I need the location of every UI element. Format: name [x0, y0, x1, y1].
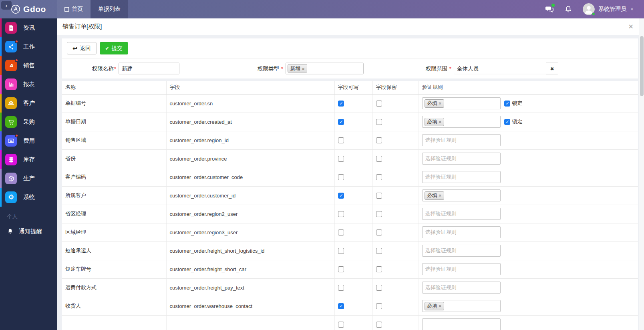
back-button[interactable]: ↩ 返回	[67, 42, 97, 54]
tab-doc-list[interactable]: 单据列表	[91, 0, 128, 18]
rule-placeholder: 选择验证规则	[425, 173, 457, 181]
row-field-cell: customer_order.created_at	[166, 113, 334, 131]
secret-checkbox[interactable]	[376, 211, 382, 217]
user-name: 系统管理员	[598, 6, 626, 13]
writable-checkbox[interactable]	[338, 211, 344, 217]
sidebar-item-purchase[interactable]: 采购	[0, 113, 57, 131]
rule-select[interactable]: 选择验证规则	[422, 226, 501, 238]
sidebar-item-news[interactable]: 资讯	[0, 18, 57, 37]
sidebar-item-customer[interactable]: 客户	[0, 94, 57, 113]
permission-name-input[interactable]	[119, 63, 179, 74]
row-name-cell	[62, 315, 166, 330]
scrollbar-thumb[interactable]	[640, 36, 644, 96]
column-header-0: 名称	[62, 81, 166, 94]
rule-cell: 选择验证规则	[419, 260, 638, 278]
lock-checkbox[interactable]: ✓	[504, 101, 510, 107]
cube-icon	[5, 173, 17, 184]
secret-cell	[372, 297, 419, 315]
secret-checkbox[interactable]	[376, 266, 382, 272]
row-field-cell: customer_order.freight_pay_text	[166, 278, 334, 297]
page-content: ↩ 返回 ✔ 提交 权限名称* 权限类型 * 新增	[57, 35, 644, 330]
column-header-1: 字段	[166, 81, 334, 94]
lock-checkbox[interactable]: ✓	[504, 119, 510, 125]
secret-checkbox[interactable]	[376, 285, 382, 291]
sidebar-item-notifications[interactable]: 通知提醒	[0, 223, 57, 239]
sidebar-item-sales[interactable]: A销售	[0, 56, 57, 75]
table-row	[62, 315, 638, 330]
writable-checkbox[interactable]	[338, 174, 344, 180]
writable-checkbox[interactable]	[338, 229, 344, 235]
writable-checkbox[interactable]	[338, 285, 344, 291]
rule-select[interactable]: 选择验证规则	[422, 153, 501, 165]
secret-checkbox[interactable]	[376, 156, 382, 162]
tag-remove-icon[interactable]: ×	[439, 304, 441, 308]
rule-select[interactable]: 必填×	[422, 189, 501, 201]
sidebar-item-production[interactable]: 生产	[0, 169, 57, 188]
rule-select[interactable]: 选择验证规则	[422, 245, 501, 257]
tag-remove-icon[interactable]: ×	[439, 101, 441, 106]
sidebar-item-report[interactable]: 报表	[0, 75, 57, 94]
tag-remove-icon[interactable]: ×	[302, 66, 304, 71]
table-row: 运费付款方式customer_order.freight_pay_text选择验…	[62, 278, 638, 297]
close-icon[interactable]: ✕	[627, 22, 635, 31]
secret-checkbox[interactable]	[376, 174, 382, 180]
writable-checkbox[interactable]: ✓	[338, 101, 344, 107]
rule-select[interactable]	[422, 318, 501, 330]
writable-checkbox[interactable]: ✓	[338, 119, 344, 125]
scope-clear-button[interactable]: ✖	[546, 63, 558, 74]
rule-cell: 选择验证规则	[419, 223, 638, 241]
notification-badge-dot	[15, 40, 18, 43]
rule-select[interactable]: 选择验证规则	[422, 208, 501, 220]
rule-select[interactable]: 选择验证规则	[422, 263, 501, 275]
rule-tag: 必填×	[425, 191, 444, 200]
table-body: 单据编号customer_order.sn✓必填×✓锁定单据日期customer…	[62, 94, 638, 330]
rule-placeholder: 选择验证规则	[425, 210, 457, 217]
row-name-cell: 区域经理	[62, 223, 166, 241]
writable-cell	[334, 223, 372, 241]
writable-checkbox[interactable]	[338, 266, 344, 272]
rule-select[interactable]: 选择验证规则	[422, 134, 501, 146]
writable-checkbox[interactable]: ✓	[338, 303, 344, 309]
secret-cell	[372, 241, 419, 260]
users-icon	[5, 97, 17, 109]
sidebar-collapse-button[interactable]: ‹	[1, 1, 12, 10]
tag-remove-icon[interactable]: ×	[439, 193, 441, 198]
lock-label: 锁定	[512, 100, 523, 107]
sidebar-item-expense[interactable]: 费用	[0, 131, 57, 150]
writable-checkbox[interactable]: ✓	[338, 193, 344, 199]
secret-checkbox[interactable]	[376, 229, 382, 235]
chat-icon[interactable]	[545, 5, 554, 14]
sidebar-item-work[interactable]: 工作	[0, 37, 57, 56]
writable-checkbox[interactable]	[338, 322, 344, 328]
rule-cell: 必填×	[419, 186, 638, 205]
online-status-dot	[592, 12, 595, 16]
secret-checkbox[interactable]	[376, 303, 382, 309]
writable-checkbox[interactable]	[338, 248, 344, 254]
rule-select[interactable]: 必填×	[422, 300, 501, 312]
page-title: 销售订单[权限]	[62, 23, 102, 30]
secret-checkbox[interactable]	[376, 322, 382, 328]
sidebar-item-color-strip	[0, 75, 2, 94]
submit-button[interactable]: ✔ 提交	[100, 42, 128, 54]
row-field-cell: customer_order.sn	[166, 94, 334, 113]
rule-select[interactable]: 必填×	[422, 116, 501, 128]
secret-checkbox[interactable]	[376, 248, 382, 254]
tag-remove-icon[interactable]: ×	[439, 119, 441, 124]
user-menu[interactable]: 系统管理员 ▼	[583, 3, 634, 15]
permission-type-select[interactable]: 新增 ×	[286, 63, 364, 74]
sidebar-item-system[interactable]: ⚙系统	[0, 188, 57, 207]
secret-checkbox[interactable]	[376, 137, 382, 143]
bell-icon[interactable]	[564, 5, 573, 14]
secret-checkbox[interactable]	[376, 193, 382, 199]
writable-checkbox[interactable]	[338, 137, 344, 143]
vertical-scrollbar[interactable]	[639, 18, 644, 330]
secret-checkbox[interactable]	[376, 101, 382, 107]
sidebar-item-inventory[interactable]: 库存	[0, 150, 57, 169]
secret-checkbox[interactable]	[376, 119, 382, 125]
tab-home[interactable]: 首页	[57, 0, 91, 18]
rule-select[interactable]: 选择验证规则	[422, 282, 501, 294]
writable-checkbox[interactable]	[338, 156, 344, 162]
rule-select[interactable]: 必填×	[422, 97, 501, 109]
permission-scope-input[interactable]	[454, 63, 546, 74]
rule-select[interactable]: 选择验证规则	[422, 171, 501, 183]
